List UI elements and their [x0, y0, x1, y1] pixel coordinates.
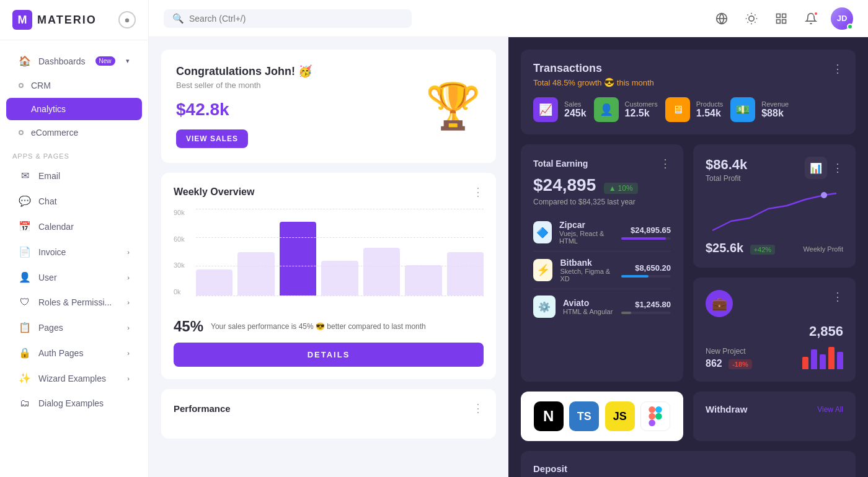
- congrats-card: Congratulations John! 🥳 Best seller of t…: [161, 50, 496, 163]
- dialog-icon: 🗂: [19, 398, 31, 409]
- calendar-icon: 📅: [19, 221, 31, 232]
- weekly-overview-card: Weekly Overview ⋮ 90k 60k 30k 0k: [161, 173, 496, 379]
- search-input[interactable]: [189, 14, 403, 24]
- earning-amount: $24,895: [533, 175, 596, 195]
- transactions-title: Transactions: [533, 62, 654, 75]
- sidebar-item-analytics[interactable]: Analytics: [6, 98, 142, 120]
- profit-chart-area: [706, 190, 843, 236]
- profit-project-stack: $86.4k Total Profit 📊 ⋮: [693, 144, 856, 382]
- sidebar-item-label: Invoice: [38, 247, 66, 257]
- chat-icon: 💬: [19, 195, 31, 207]
- sidebar: M MATERIO ⏺ 🏠 Dashboards New ▾ CRM Analy…: [0, 0, 149, 477]
- total-earning-title: Total Earning: [533, 159, 588, 168]
- svg-rect-9: [655, 406, 662, 413]
- withdraw-card: Withdraw View All: [693, 392, 856, 441]
- weekly-percentage: 45%: [174, 318, 203, 335]
- profit-menu-icon[interactable]: ⋮: [832, 161, 843, 175]
- weekly-profit-label: Weekly Profit: [803, 245, 843, 253]
- figma-logo: [640, 401, 670, 431]
- translate-icon[interactable]: [712, 9, 732, 28]
- details-button[interactable]: DETAILS: [174, 343, 484, 367]
- record-icon[interactable]: ⏺: [118, 11, 136, 28]
- txn-bitbank: ⚡ Bitbank Sketch, Figma & XD $8,650.20: [533, 252, 671, 289]
- earning-profit-row: Total Earning ⋮ $24,895 ▲ 10% Compared t…: [521, 144, 856, 382]
- transactions-subtitle: Total 48.5% growth 😎 this month: [533, 77, 654, 87]
- performance-menu-icon[interactable]: ⋮: [472, 401, 484, 415]
- shield-icon: 🛡: [19, 297, 31, 308]
- sidebar-item-chat[interactable]: 💬 Chat: [6, 189, 142, 213]
- grid-icon[interactable]: [771, 9, 791, 28]
- new-project-icon: 💼: [706, 290, 733, 317]
- bitbank-amount: $8,650.20: [621, 263, 671, 278]
- weekly-profit-amount: $25.6k: [706, 241, 743, 255]
- transactions-card: Transactions Total 48.5% growth 😎 this m…: [521, 50, 856, 134]
- withdraw-view-all[interactable]: View All: [817, 405, 843, 414]
- sidebar-item-crm[interactable]: CRM: [6, 74, 142, 97]
- sidebar-item-roles[interactable]: 🛡 Roles & Permissi... ›: [6, 291, 142, 314]
- chevron-right-icon: ›: [127, 349, 130, 357]
- weekly-overview-title: Weekly Overview: [174, 186, 254, 198]
- sidebar-item-pages[interactable]: 📋 Pages ›: [6, 315, 142, 339]
- javascript-logo: JS: [605, 401, 635, 431]
- circle-active-icon: [19, 107, 24, 112]
- earning-menu-icon[interactable]: ⋮: [660, 157, 671, 170]
- sidebar-item-label: eCommerce: [31, 128, 78, 138]
- sidebar-item-invoice[interactable]: 📄 Invoice ›: [6, 240, 142, 264]
- chevron-down-icon: ▾: [126, 57, 130, 65]
- sidebar-item-label: Email: [38, 171, 60, 181]
- wizard-icon: ✨: [19, 372, 31, 384]
- sidebar-item-label: Auth Pages: [38, 348, 83, 358]
- sidebar-item-calendar[interactable]: 📅 Calendar: [6, 214, 142, 239]
- circle-icon: [19, 130, 24, 135]
- transactions-menu-icon[interactable]: ⋮: [832, 62, 843, 76]
- sidebar-item-email[interactable]: ✉ Email: [6, 164, 142, 188]
- weekly-overview-header: Weekly Overview ⋮: [174, 185, 484, 199]
- transaction-list: 🔷 Zipcar Vuejs, React & HTML $24,895.65: [533, 214, 671, 324]
- earning-growth-badge: ▲ 10%: [604, 183, 638, 194]
- sidebar-item-wizard[interactable]: ✨ Wizard Examples ›: [6, 366, 142, 390]
- sidebar-item-auth[interactable]: 🔒 Auth Pages ›: [6, 341, 142, 365]
- notification-icon[interactable]: [801, 9, 821, 28]
- revenue-icon: 💵: [730, 97, 755, 122]
- sidebar-item-label: Wizard Examples: [38, 374, 106, 383]
- chevron-right-icon: ›: [127, 299, 130, 306]
- svg-point-7: [821, 192, 827, 198]
- theme-icon[interactable]: [742, 9, 761, 28]
- sidebar-item-label: User: [38, 273, 57, 282]
- sidebar-item-user[interactable]: 👤 User ›: [6, 265, 142, 289]
- svg-rect-4: [782, 14, 786, 17]
- new-project-label: New Project: [706, 347, 752, 356]
- aviato-icon: ⚙️: [533, 295, 556, 318]
- chevron-right-icon: ›: [127, 324, 130, 331]
- sidebar-item-dialog[interactable]: 🗂 Dialog Examples: [6, 392, 142, 415]
- sidebar-item-label: Dashboards: [38, 56, 86, 66]
- email-icon: ✉: [19, 170, 31, 182]
- zipcar-icon: 🔷: [533, 221, 552, 243]
- search-box[interactable]: 🔍: [164, 9, 412, 28]
- view-sales-button[interactable]: VIEW SALES: [176, 129, 248, 148]
- new-project-badge: -18%: [728, 359, 752, 369]
- weekly-profit-badge: +42%: [750, 245, 775, 255]
- user-icon: 👤: [19, 271, 31, 283]
- main-content: 🔍 JD: [149, 0, 868, 477]
- sidebar-item-label: Dialog Examples: [38, 398, 104, 408]
- right-panel: Transactions Total 48.5% growth 😎 this m…: [508, 37, 868, 477]
- profit-line-chart: [706, 190, 843, 234]
- products-icon: 🖥: [665, 97, 690, 122]
- performance-card: Performance ⋮: [161, 389, 496, 439]
- home-icon: 🏠: [19, 55, 31, 67]
- transactions-stats: 📈 Sales 245k 👤 Customers 12.5k: [533, 97, 843, 122]
- new-project-sub: 862 -18%: [706, 358, 752, 369]
- avatar[interactable]: JD: [831, 7, 853, 30]
- sidebar-item-dashboards[interactable]: 🏠 Dashboards New ▾: [6, 49, 142, 73]
- avatar-initials: JD: [837, 14, 848, 23]
- deposit-card: Deposit: [521, 451, 856, 477]
- chevron-right-icon: ›: [127, 248, 130, 256]
- profit-main-amount: $86.4k: [706, 157, 747, 173]
- new-project-menu-icon[interactable]: ⋮: [832, 290, 843, 304]
- weekly-menu-icon[interactable]: ⋮: [472, 185, 484, 199]
- txn-aviato: ⚙️ Aviato HTML & Angular $1,245.80: [533, 289, 671, 324]
- sidebar-item-label: Chat: [38, 196, 57, 206]
- bitbank-icon: ⚡: [533, 259, 552, 281]
- sidebar-item-ecommerce[interactable]: eCommerce: [6, 121, 142, 144]
